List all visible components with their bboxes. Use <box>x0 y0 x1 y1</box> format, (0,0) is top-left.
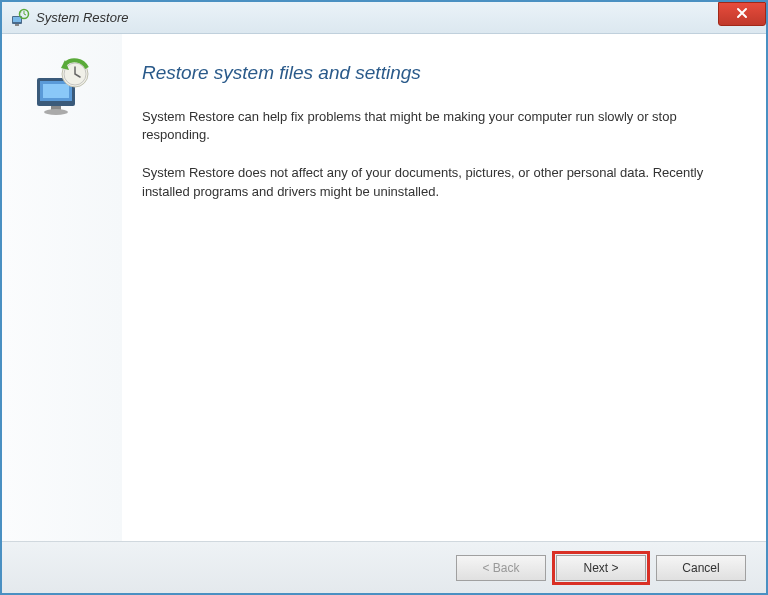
close-button[interactable] <box>718 2 766 26</box>
intro-paragraph-1: System Restore can help fix problems tha… <box>142 108 726 144</box>
back-button[interactable]: < Back <box>456 555 546 581</box>
svg-rect-1 <box>13 17 21 22</box>
cancel-button[interactable]: Cancel <box>656 555 746 581</box>
close-icon <box>736 5 748 23</box>
main-content: Restore system files and settings System… <box>122 34 766 541</box>
system-restore-icon <box>10 8 30 28</box>
svg-point-8 <box>44 109 68 115</box>
svg-rect-2 <box>15 24 19 26</box>
sidebar <box>2 34 122 541</box>
content-area: Restore system files and settings System… <box>2 34 766 541</box>
button-bar: < Back Next > Cancel <box>2 541 766 593</box>
system-restore-window: System Restore <box>0 0 768 595</box>
page-heading: Restore system files and settings <box>142 62 726 84</box>
window-title: System Restore <box>36 10 128 25</box>
next-button[interactable]: Next > <box>556 555 646 581</box>
titlebar: System Restore <box>2 2 766 34</box>
intro-paragraph-2: System Restore does not affect any of yo… <box>142 164 726 200</box>
svg-rect-6 <box>43 84 69 98</box>
wizard-monitor-restore-icon <box>27 58 97 118</box>
